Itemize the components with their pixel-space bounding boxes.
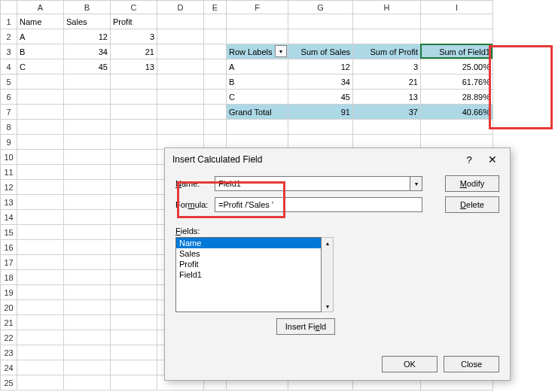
cell-G1[interactable]: [288, 14, 353, 29]
cell-A3[interactable]: B: [17, 44, 64, 59]
cell-A11[interactable]: [17, 165, 64, 180]
help-button[interactable]: ?: [459, 150, 480, 169]
delete-button[interactable]: Delete: [445, 196, 499, 213]
cell-F2[interactable]: [227, 29, 288, 44]
cell-A18[interactable]: [17, 270, 64, 285]
cell-B6[interactable]: [64, 90, 111, 105]
col-header-H[interactable]: H: [353, 1, 421, 14]
cell-G5[interactable]: 34: [288, 74, 353, 90]
cell-H4[interactable]: 3: [353, 59, 421, 74]
row-header-1[interactable]: 1: [1, 14, 17, 29]
col-header-C[interactable]: C: [111, 1, 157, 14]
cell-I5[interactable]: 61.76%: [421, 74, 493, 90]
row-header-25[interactable]: 25: [1, 375, 17, 390]
cell-H7[interactable]: 37: [353, 105, 421, 120]
cell-A15[interactable]: [17, 225, 64, 240]
row-header-5[interactable]: 5: [1, 74, 17, 90]
name-dropdown-button[interactable]: ▾: [410, 176, 422, 191]
cell-I1[interactable]: [421, 14, 493, 29]
scroll-down-icon[interactable]: ▾: [322, 301, 333, 311]
row-header-8[interactable]: 8: [1, 120, 17, 135]
row-header-15[interactable]: 15: [1, 225, 17, 240]
cell-A19[interactable]: [17, 285, 64, 300]
cell-A21[interactable]: [17, 315, 64, 330]
cell-A5[interactable]: [17, 74, 64, 90]
cell-F7[interactable]: Grand Total: [227, 105, 288, 120]
cell-C3[interactable]: 21: [111, 44, 157, 59]
cell-I8[interactable]: [421, 120, 493, 135]
select-all-corner[interactable]: [1, 1, 17, 14]
cell-C20[interactable]: [111, 300, 157, 315]
field-item-field1[interactable]: Field1: [176, 269, 321, 280]
cell-E4[interactable]: [204, 59, 227, 74]
row-header-14[interactable]: 14: [1, 210, 17, 225]
cell-D8[interactable]: [157, 120, 204, 135]
cell-C24[interactable]: [111, 360, 157, 375]
cell-C13[interactable]: [111, 195, 157, 210]
cell-B9[interactable]: [64, 135, 111, 150]
cell-C22[interactable]: [111, 330, 157, 345]
row-header-3[interactable]: 3: [1, 44, 17, 59]
field-item-name[interactable]: Name: [176, 238, 321, 248]
cell-B24[interactable]: [64, 360, 111, 375]
fields-listbox[interactable]: NameSalesProfitField1: [175, 237, 322, 312]
cell-B16[interactable]: [64, 240, 111, 255]
col-header-B[interactable]: B: [64, 1, 111, 14]
cell-A24[interactable]: [17, 360, 64, 375]
cell-G4[interactable]: 12: [288, 59, 353, 74]
cell-C10[interactable]: [111, 150, 157, 165]
cell-B17[interactable]: [64, 255, 111, 270]
cell-B11[interactable]: [64, 165, 111, 180]
cell-A10[interactable]: [17, 150, 64, 165]
col-header-A[interactable]: A: [17, 1, 64, 14]
cell-B10[interactable]: [64, 150, 111, 165]
cell-B2[interactable]: 12: [64, 29, 111, 44]
cell-F1[interactable]: [227, 14, 288, 29]
cell-C8[interactable]: [111, 120, 157, 135]
cell-C14[interactable]: [111, 210, 157, 225]
cell-C17[interactable]: [111, 255, 157, 270]
cell-C15[interactable]: [111, 225, 157, 240]
cell-A22[interactable]: [17, 330, 64, 345]
col-header-E[interactable]: E: [204, 1, 227, 14]
row-header-11[interactable]: 11: [1, 165, 17, 180]
cell-A14[interactable]: [17, 210, 64, 225]
cell-A7[interactable]: [17, 105, 64, 120]
row-header-7[interactable]: 7: [1, 105, 17, 120]
row-header-16[interactable]: 16: [1, 240, 17, 255]
cell-I6[interactable]: 28.89%: [421, 90, 493, 105]
insert-field-button[interactable]: Insert Field: [276, 318, 335, 335]
cell-G3[interactable]: Sum of Sales: [288, 44, 353, 59]
row-header-21[interactable]: 21: [1, 315, 17, 330]
cell-A2[interactable]: A: [17, 29, 64, 44]
col-header-F[interactable]: F: [227, 1, 288, 14]
row-header-24[interactable]: 24: [1, 360, 17, 375]
row-header-17[interactable]: 17: [1, 255, 17, 270]
cell-B3[interactable]: 34: [64, 44, 111, 59]
cell-B5[interactable]: [64, 74, 111, 90]
cell-A23[interactable]: [17, 345, 64, 360]
cell-E1[interactable]: [204, 14, 227, 29]
cell-C1[interactable]: Profit: [111, 14, 157, 29]
cell-C6[interactable]: [111, 90, 157, 105]
row-header-19[interactable]: 19: [1, 285, 17, 300]
cell-C5[interactable]: [111, 74, 157, 90]
cell-C21[interactable]: [111, 315, 157, 330]
scroll-up-icon[interactable]: ▴: [322, 238, 333, 248]
cell-A16[interactable]: [17, 240, 64, 255]
cell-C23[interactable]: [111, 345, 157, 360]
cell-G8[interactable]: [288, 120, 353, 135]
cell-C25[interactable]: [111, 375, 157, 390]
cell-C4[interactable]: 13: [111, 59, 157, 74]
cell-G6[interactable]: 45: [288, 90, 353, 105]
cell-C12[interactable]: [111, 180, 157, 195]
cell-D1[interactable]: [157, 14, 204, 29]
row-header-13[interactable]: 13: [1, 195, 17, 210]
cell-B4[interactable]: 45: [64, 59, 111, 74]
row-header-10[interactable]: 10: [1, 150, 17, 165]
cell-A6[interactable]: [17, 90, 64, 105]
cell-B23[interactable]: [64, 345, 111, 360]
formula-input[interactable]: [215, 197, 422, 212]
col-header-D[interactable]: D: [157, 1, 204, 14]
name-input[interactable]: [215, 176, 410, 191]
